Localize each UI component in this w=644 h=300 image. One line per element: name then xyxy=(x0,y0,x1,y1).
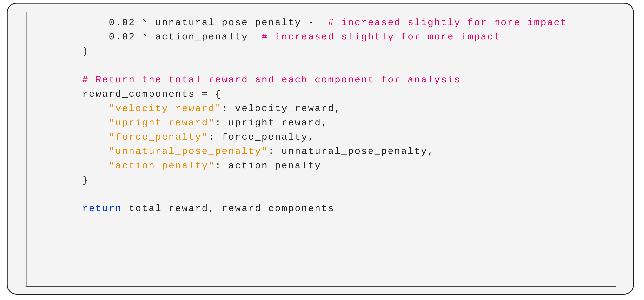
code-return-expr: total_reward, reward_components xyxy=(122,203,334,214)
code-comment: # increased slightly for more impact xyxy=(262,32,501,42)
code-string-key: "action_penalty" xyxy=(109,161,215,171)
code-string-key: "upright_reward" xyxy=(109,118,215,128)
code-value: : upright_reward, xyxy=(215,118,328,128)
code-string-key: "velocity_reward" xyxy=(109,103,222,114)
code-value: : action_penalty xyxy=(215,161,322,171)
code-string-key: "force_penalty" xyxy=(109,132,208,142)
code-value: : force_penalty, xyxy=(208,132,315,142)
code-indent xyxy=(29,32,109,42)
code-indent xyxy=(29,203,82,214)
code-indent xyxy=(29,18,109,28)
code-indent xyxy=(29,132,109,142)
code-frame: 0.02 * unnatural_pose_penalty - # increa… xyxy=(7,3,634,295)
code-content: 0.02 * unnatural_pose_penalty - # increa… xyxy=(26,16,616,216)
code-comment: # Return the total reward and each compo… xyxy=(82,75,461,85)
code-indent xyxy=(29,118,109,128)
code-value: : unnatural_pose_penalty, xyxy=(268,146,434,157)
code-indent xyxy=(29,146,109,157)
code-number: 0.02 xyxy=(109,18,135,28)
code-comment: # increased slightly for more impact xyxy=(328,18,567,28)
code-paren-close: ) xyxy=(29,46,89,57)
code-expr: * action_penalty xyxy=(136,32,262,42)
code-keyword-return: return xyxy=(82,203,122,214)
code-assign: reward_components = { xyxy=(29,89,222,100)
code-block: 0.02 * unnatural_pose_penalty - # increa… xyxy=(26,12,616,287)
code-expr: * unnatural_pose_penalty - xyxy=(136,18,328,28)
code-string-key: "unnatural_pose_penalty" xyxy=(109,146,268,157)
code-indent xyxy=(29,75,82,85)
code-value: : velocity_reward, xyxy=(222,103,342,114)
code-brace-close: } xyxy=(29,175,89,185)
code-number: 0.02 xyxy=(109,32,135,42)
code-indent xyxy=(29,161,109,171)
code-indent xyxy=(29,103,109,114)
